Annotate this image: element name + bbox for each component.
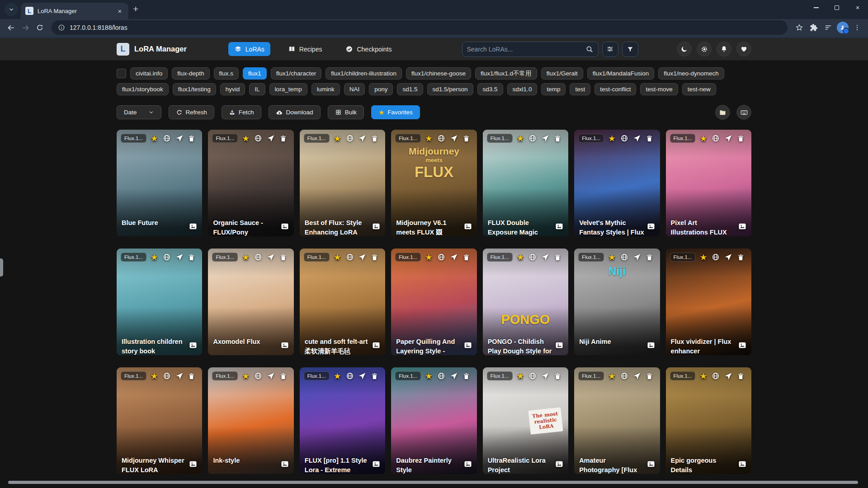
favorite-star-icon[interactable]: ★ <box>517 134 524 143</box>
civitai-globe-icon[interactable] <box>437 253 445 261</box>
tag-chip[interactable]: sd1.5/person <box>427 83 473 95</box>
fetch-button[interactable]: Fetch <box>222 105 261 119</box>
send-icon[interactable] <box>267 372 275 380</box>
delete-icon[interactable] <box>462 372 470 380</box>
favorites-heart-button[interactable] <box>736 42 751 56</box>
nav-tab-recipes[interactable]: Recipes <box>282 42 328 56</box>
lora-card[interactable]: Flux.1... ★ Illustration children story … <box>117 249 202 355</box>
send-icon[interactable] <box>175 253 184 261</box>
civitai-globe-icon[interactable] <box>163 134 171 142</box>
download-button[interactable]: Download <box>269 105 321 119</box>
civitai-globe-icon[interactable] <box>620 253 628 261</box>
open-folder-button[interactable] <box>715 105 730 120</box>
send-icon[interactable] <box>633 253 641 261</box>
tag-chip[interactable]: test-new <box>682 83 716 95</box>
lora-card[interactable]: Flux.1... ★ Daubrez Painterly Style <box>391 367 476 474</box>
preview-image-icon[interactable] <box>280 341 289 350</box>
lora-card[interactable]: Flux.1... ★ Flux vividizer | Flux enhanc… <box>666 249 751 355</box>
civitai-globe-icon[interactable] <box>254 253 262 261</box>
tag-chip[interactable]: flux1/MandalaFusion <box>587 67 655 80</box>
delete-icon[interactable] <box>371 253 378 261</box>
tag-chip[interactable]: test-conflict <box>594 83 636 95</box>
favorite-star-icon[interactable]: ★ <box>517 253 524 262</box>
tab-search-button[interactable] <box>5 3 18 16</box>
send-icon[interactable] <box>633 372 641 380</box>
send-icon[interactable] <box>450 253 458 261</box>
lora-card[interactable]: Flux.1... ★ Amateur Photography [Flux <box>574 367 660 474</box>
civitai-globe-icon[interactable] <box>254 372 262 380</box>
favorite-star-icon[interactable]: ★ <box>425 253 433 262</box>
bookmark-star-icon[interactable] <box>792 20 807 35</box>
send-icon[interactable] <box>358 372 366 380</box>
search-input[interactable] <box>467 46 585 53</box>
nav-tab-checkpoints[interactable]: Checkpoints <box>340 42 397 56</box>
lora-card[interactable]: Flux.1... ★ Velvet's Mythic Fantasy Styl… <box>574 130 660 236</box>
delete-icon[interactable] <box>371 372 378 380</box>
civitai-globe-icon[interactable] <box>712 372 720 380</box>
lora-card[interactable]: Flux.1... ★ Ink-style <box>208 367 293 474</box>
browser-menu-icon[interactable] <box>850 20 864 35</box>
tag-chip[interactable]: hyvid <box>220 83 245 95</box>
tag-chip[interactable]: pony <box>369 83 393 95</box>
delete-icon[interactable] <box>646 135 653 142</box>
address-bar[interactable]: 127.0.0.1:8188/loras <box>52 20 788 35</box>
nav-tab-loras[interactable]: LoRAs <box>228 42 270 56</box>
favorite-star-icon[interactable]: ★ <box>334 253 341 262</box>
maximize-button[interactable] <box>826 0 847 15</box>
lora-card[interactable]: Flux.1... ★ FLUX Double Exposure Magic <box>483 130 568 236</box>
preview-image-icon[interactable] <box>372 460 381 469</box>
civitai-globe-icon[interactable] <box>346 372 354 380</box>
preview-image-icon[interactable] <box>463 460 472 469</box>
preview-image-icon[interactable] <box>463 341 472 350</box>
delete-icon[interactable] <box>279 135 287 142</box>
tag-chip[interactable]: lora_temp <box>269 83 307 95</box>
delete-icon[interactable] <box>646 372 653 380</box>
favorite-star-icon[interactable]: ★ <box>242 134 250 143</box>
preview-image-icon[interactable] <box>372 341 381 350</box>
preview-image-icon[interactable] <box>646 341 656 350</box>
lora-card[interactable]: Flux.1... ★ Pixel Art Illustrations FLUX <box>666 130 751 236</box>
send-icon[interactable] <box>541 134 549 142</box>
civitai-globe-icon[interactable] <box>620 372 628 380</box>
preview-image-icon[interactable] <box>189 460 198 469</box>
delete-icon[interactable] <box>554 253 561 261</box>
delete-icon[interactable] <box>371 135 378 142</box>
send-icon[interactable] <box>450 134 458 142</box>
preview-image-icon[interactable] <box>555 460 564 469</box>
search-options-button[interactable] <box>602 42 618 57</box>
preview-image-icon[interactable] <box>280 222 289 231</box>
profile-avatar[interactable] <box>835 20 850 35</box>
favorite-star-icon[interactable]: ★ <box>517 372 524 380</box>
favorite-star-icon[interactable]: ★ <box>699 134 707 143</box>
favorites-filter-button[interactable]: ★ Favorites <box>371 105 420 119</box>
tag-chip[interactable]: flux1/testing <box>173 83 216 95</box>
tag-chip[interactable]: IL <box>249 83 265 95</box>
delete-icon[interactable] <box>646 253 653 261</box>
send-icon[interactable] <box>358 253 366 261</box>
send-icon[interactable] <box>358 134 366 142</box>
civitai-globe-icon[interactable] <box>528 253 537 261</box>
send-icon[interactable] <box>541 372 549 380</box>
civitai-globe-icon[interactable] <box>528 134 537 142</box>
lora-card[interactable]: Flux.1... ★ Blue Future <box>117 130 202 236</box>
send-icon[interactable] <box>633 134 641 142</box>
civitai-globe-icon[interactable] <box>163 372 171 380</box>
favorite-star-icon[interactable]: ★ <box>151 253 158 262</box>
send-icon[interactable] <box>541 253 549 261</box>
tag-chip[interactable]: flux1 <box>243 67 267 80</box>
delete-icon[interactable] <box>737 135 745 142</box>
tag-chip[interactable]: sdxl1.0 <box>507 83 538 95</box>
minimize-button[interactable] <box>806 0 826 15</box>
tag-chip[interactable]: flux1/children-illustration <box>326 67 402 80</box>
horizontal-scrollbar[interactable] <box>8 481 858 484</box>
delete-icon[interactable] <box>279 253 287 261</box>
send-icon[interactable] <box>267 253 275 261</box>
send-icon[interactable] <box>724 134 732 142</box>
forward-button[interactable] <box>18 20 33 35</box>
back-button[interactable] <box>4 20 18 35</box>
civitai-globe-icon[interactable] <box>620 134 628 142</box>
preview-image-icon[interactable] <box>555 341 564 350</box>
favorite-star-icon[interactable]: ★ <box>425 134 433 143</box>
tag-chip[interactable]: flux1/flux1.d不常用 <box>475 67 537 80</box>
lora-card[interactable]: Flux.1... ★ Paper Quilling And Layering … <box>391 249 476 355</box>
